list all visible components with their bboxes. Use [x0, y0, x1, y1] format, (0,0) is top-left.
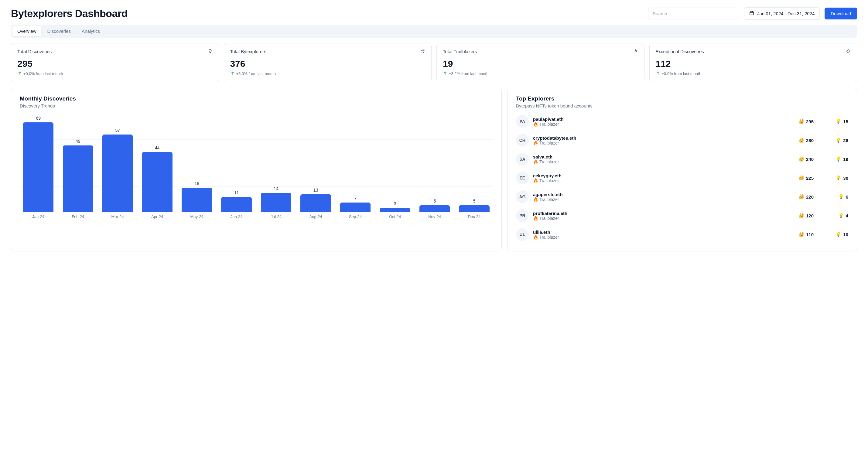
fire-icon: 🔥 — [533, 141, 538, 146]
crown-icon: 👑 — [799, 119, 804, 124]
crown-stat: 👑120 — [793, 213, 814, 218]
bar-column: 13 Aug-24 — [297, 116, 334, 219]
bar-column: 57 Mar-24 — [99, 116, 136, 219]
avatar: UL — [516, 228, 529, 241]
lightbulb-icon: 💡 — [836, 119, 841, 124]
bar — [420, 205, 450, 212]
stat-label: Total Bytexplorers — [230, 49, 266, 54]
arrow-up-icon — [230, 71, 235, 76]
bar-column: 3 Oct-24 — [376, 116, 413, 219]
flame-icon — [633, 49, 638, 55]
bar-value-label: 11 — [234, 190, 239, 195]
bar-value-label: 44 — [155, 146, 160, 150]
explorer-role: 🔥 Trailblazer — [533, 159, 788, 164]
crown-icon: 👑 — [799, 213, 804, 218]
tab-discoveries[interactable]: Discoveries — [42, 26, 76, 36]
crown-stat: 👑220 — [793, 194, 814, 199]
bar — [23, 122, 54, 212]
crown-stat: 👑295 — [793, 119, 814, 124]
explorer-role: 🔥 Trailblazer — [533, 122, 788, 127]
bulb-stat: 💡4 — [827, 213, 848, 218]
avatar: CR — [516, 134, 529, 147]
crown-stat: 👑240 — [793, 156, 814, 162]
tab-overview[interactable]: Overview — [12, 26, 41, 36]
lightbulb-icon: 💡 — [836, 175, 841, 181]
bulb-stat: 💡6 — [827, 194, 848, 199]
bar-category-label: Feb-24 — [72, 214, 84, 219]
explorer-name: profkaterina.eth — [533, 211, 788, 216]
lightbulb-icon: 💡 — [838, 213, 844, 218]
bar — [221, 197, 251, 212]
avatar: AG — [516, 190, 529, 203]
stat-value: 19 — [443, 59, 638, 69]
bar-value-label: 18 — [194, 181, 199, 186]
crown-icon: 👑 — [799, 194, 804, 199]
lightbulb-icon: 💡 — [836, 156, 841, 162]
explorer-role: 🔥 Trailblazer — [533, 141, 788, 146]
stats-grid: Total Discoveries 295 +0.0% from last mo… — [11, 43, 857, 82]
date-range-label: Jan 01, 2024 - Dec 31, 2024 — [757, 11, 814, 16]
explorer-name: eekeyguy.eth — [533, 173, 788, 178]
crown-icon: 👑 — [799, 175, 804, 181]
explorer-row: EE eekeyguy.eth 🔥 Trailblazer 👑225 💡30 — [516, 168, 848, 187]
avatar: SA — [516, 153, 529, 165]
bar-column: 7 Sep-24 — [337, 116, 374, 219]
bar-category-label: May-24 — [190, 214, 204, 219]
bar-chart: 69 Jan-24 49 Feb-24 57 Mar-24 44 Apr-24 … — [20, 116, 493, 219]
stat-value: 112 — [656, 59, 851, 69]
explorer-role: 🔥 Trailblazer — [533, 216, 788, 221]
bar-column: 69 Jan-24 — [20, 116, 57, 219]
bar — [300, 194, 331, 212]
explorer-row: CR cryptodatabytes.eth 🔥 Trailblazer 👑28… — [516, 131, 848, 150]
lightbulb-icon: 💡 — [836, 137, 841, 143]
bar — [63, 146, 93, 212]
bar-column: 5 Dec-24 — [456, 116, 493, 219]
download-button[interactable]: Download — [825, 8, 857, 20]
svg-point-2 — [423, 50, 424, 51]
stat-label: Total Trailblazers — [443, 49, 477, 54]
bar-value-label: 3 — [394, 201, 396, 206]
bar — [459, 205, 489, 212]
bar-category-label: Jul-24 — [271, 214, 281, 219]
explorer-name: uliia.eth — [533, 229, 788, 235]
explorer-role: 🔥 Trailblazer — [533, 178, 788, 183]
arrow-up-icon — [656, 71, 660, 76]
arrow-up-icon — [17, 71, 22, 76]
tab-analytics[interactable]: Analytics — [77, 26, 105, 36]
fire-icon: 🔥 — [533, 122, 538, 127]
search-input[interactable] — [648, 8, 739, 20]
bar-category-label: Apr-24 — [151, 214, 163, 219]
bar-value-label: 5 — [473, 198, 475, 204]
bar — [142, 152, 172, 212]
bar-value-label: 69 — [36, 116, 41, 121]
fire-icon: 🔥 — [533, 216, 538, 221]
bar-category-label: Oct-24 — [389, 214, 401, 219]
bar — [380, 208, 410, 212]
bar-value-label: 14 — [274, 186, 279, 191]
explorer-row: AG agaperste.eth 🔥 Trailblazer 👑220 💡6 — [516, 187, 848, 206]
bar-column: 49 Feb-24 — [59, 116, 96, 219]
bar-value-label: 5 — [433, 198, 436, 204]
date-range-picker[interactable]: Jan 01, 2024 - Dec 31, 2024 — [744, 7, 820, 20]
fire-icon: 🔥 — [533, 159, 538, 164]
explorer-role: 🔥 Trailblazer — [533, 235, 788, 240]
explorer-name: cryptodatabytes.eth — [533, 135, 788, 141]
explorer-role: 🔥 Trailblazer — [533, 197, 788, 202]
bar-category-label: Jan-24 — [32, 214, 44, 219]
top-explorers-panel: Top Explorers Bytepass NFTs token bound … — [507, 88, 857, 251]
bulb-stat: 💡15 — [827, 119, 848, 124]
bar-value-label: 13 — [313, 188, 318, 192]
stat-delta: +0.0% from last month — [17, 71, 213, 76]
crown-icon: 👑 — [799, 156, 804, 162]
bar-column: 44 Apr-24 — [138, 116, 176, 219]
explorer-row: PR profkaterina.eth 🔥 Trailblazer 👑120 💡… — [516, 206, 848, 225]
lightbulb-icon: 💡 — [838, 194, 844, 199]
monthly-discoveries-panel: Monthly Discoveries Discovery Trends 69 … — [11, 88, 502, 251]
bar-category-label: Aug-24 — [309, 214, 322, 219]
bulb-stat: 💡19 — [827, 156, 848, 162]
fire-icon: 🔥 — [533, 197, 538, 202]
users-icon — [420, 49, 425, 55]
chart-subtitle: Discovery Trends — [20, 103, 493, 108]
svg-rect-0 — [750, 11, 753, 15]
bulb-stat: 💡10 — [827, 232, 848, 237]
